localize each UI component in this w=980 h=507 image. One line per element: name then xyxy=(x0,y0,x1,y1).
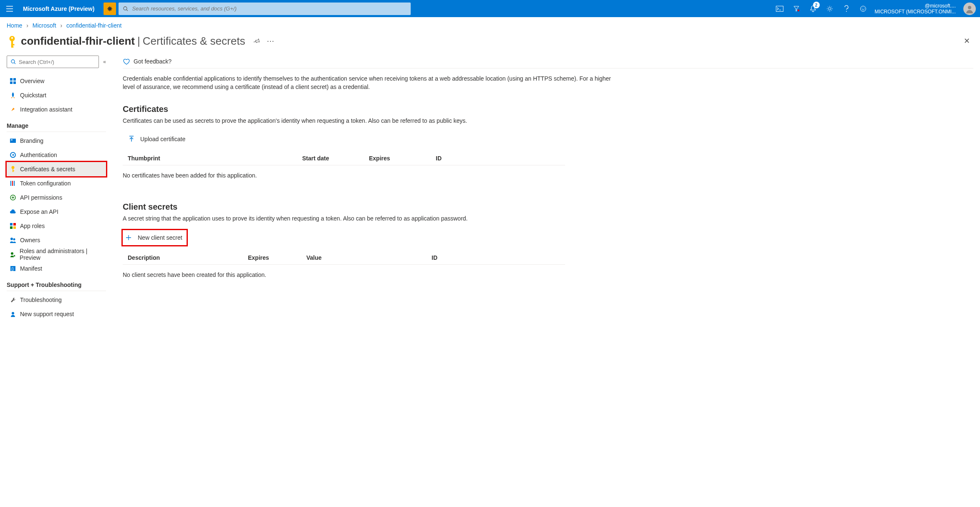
plus-icon xyxy=(125,234,132,241)
brand-label[interactable]: Microsoft Azure (Preview) xyxy=(19,0,102,17)
more-menu-button[interactable]: ⋯ xyxy=(267,36,274,46)
svg-point-6 xyxy=(860,6,866,11)
nav-label: Branding xyxy=(20,137,43,144)
help-icon xyxy=(844,5,849,13)
key-icon xyxy=(7,35,18,49)
col-thumbprint: Thumbprint xyxy=(123,155,302,162)
svg-rect-26 xyxy=(10,181,11,186)
hamburger-menu-button[interactable] xyxy=(0,0,19,17)
svg-rect-14 xyxy=(11,46,13,48)
tag-icon xyxy=(10,138,16,143)
avatar-button[interactable] xyxy=(963,3,976,15)
svg-point-1 xyxy=(124,7,127,10)
svg-rect-20 xyxy=(10,139,16,143)
feedback-bar[interactable]: Got feedback? xyxy=(123,51,973,68)
heart-icon xyxy=(123,58,130,65)
nav-section-support: Support + Troubleshooting xyxy=(7,281,106,288)
nav-authentication[interactable]: Authentication xyxy=(7,148,106,162)
svg-rect-31 xyxy=(13,223,16,226)
nav-branding[interactable]: Branding xyxy=(7,134,106,148)
nav-integration-assistant[interactable]: Integration assistant xyxy=(7,102,106,117)
settings-button[interactable] xyxy=(821,0,838,17)
collapse-sidebar-button[interactable]: « xyxy=(103,59,106,65)
svg-point-11 xyxy=(11,37,13,39)
col-id: ID xyxy=(436,155,565,162)
gear-icon xyxy=(826,5,833,12)
new-client-secret-label: New client secret xyxy=(138,234,182,241)
nav-label: Troubleshooting xyxy=(20,297,62,303)
wrench-icon xyxy=(10,297,16,303)
cloud-shell-button[interactable] xyxy=(771,0,788,17)
nav-manifest[interactable]: {}Manifest xyxy=(7,261,106,276)
rocket-icon xyxy=(10,92,16,98)
upload-certificate-button[interactable]: Upload certificate xyxy=(127,132,187,146)
svg-text:{}: {} xyxy=(11,267,14,271)
nav-quickstart[interactable]: Quickstart xyxy=(7,88,106,102)
pin-icon[interactable] xyxy=(253,38,260,44)
new-client-secret-button[interactable]: New client secret xyxy=(124,231,184,244)
search-icon xyxy=(10,59,16,65)
token-icon xyxy=(10,180,16,186)
sidebar-search[interactable] xyxy=(7,56,99,68)
resource-sidebar: « Overview Quickstart Integration assist… xyxy=(0,51,113,330)
help-button[interactable] xyxy=(838,0,855,17)
nav-label: Roles and administrators | Preview xyxy=(20,248,106,261)
nav-api-permissions[interactable]: API permissions xyxy=(7,190,106,205)
directory-filter-button[interactable] xyxy=(788,0,805,17)
feedback-label: Got feedback? xyxy=(134,58,172,65)
global-search-input[interactable] xyxy=(132,5,407,12)
intro-text: Credentials enable confidential applicat… xyxy=(123,68,615,97)
nav-overview[interactable]: Overview xyxy=(7,74,106,88)
sidebar-search-input[interactable] xyxy=(19,59,95,65)
topbar-icon-group: 2 @microsoft.... MICROSOFT (MICROSOFT.ON… xyxy=(771,0,980,17)
account-tenant: MICROSOFT (MICROSOFT.ONMI... xyxy=(875,9,956,15)
nav-expose-api[interactable]: Expose an API xyxy=(7,205,106,219)
breadcrumb-home[interactable]: Home xyxy=(7,22,22,29)
breadcrumb-sep: › xyxy=(61,22,63,29)
manifest-icon: {} xyxy=(10,266,16,271)
main-content: Got feedback? Credentials enable confide… xyxy=(113,51,980,330)
svg-point-5 xyxy=(846,11,847,12)
notifications-button[interactable]: 2 xyxy=(805,0,821,17)
preview-bug-icon[interactable] xyxy=(104,3,116,15)
nav-certificates-secrets[interactable]: Certificates & secrets xyxy=(7,162,106,176)
nav-roles-admins[interactable]: Roles and administrators | Preview xyxy=(7,247,106,261)
nav-label: API permissions xyxy=(20,194,62,201)
col-expires: Expires xyxy=(248,254,306,261)
nav-label: Overview xyxy=(20,78,44,84)
nav-owners[interactable]: Owners xyxy=(7,233,106,247)
nav-token-configuration[interactable]: Token configuration xyxy=(7,176,106,190)
svg-rect-21 xyxy=(11,139,13,140)
notification-badge: 2 xyxy=(813,2,820,8)
nav-app-roles[interactable]: App roles xyxy=(7,219,106,233)
search-icon xyxy=(123,6,129,12)
nav-label: New support request xyxy=(20,311,74,317)
nav-label: Manifest xyxy=(20,265,42,272)
nav-label: Owners xyxy=(20,237,40,243)
top-bar: Microsoft Azure (Preview) 2 @microsoft..… xyxy=(0,0,980,17)
certificates-empty-msg: No certificates have been added for this… xyxy=(123,165,973,185)
svg-rect-13 xyxy=(11,44,15,45)
col-description: Description xyxy=(123,254,248,261)
certificates-desc: Certificates can be used as secrets to p… xyxy=(123,117,973,124)
admin-icon xyxy=(10,251,16,257)
breadcrumb-microsoft[interactable]: Microsoft xyxy=(33,22,56,29)
svg-rect-2 xyxy=(776,6,783,11)
svg-point-8 xyxy=(864,8,864,8)
global-search[interactable] xyxy=(119,3,411,15)
col-expires: Expires xyxy=(369,155,436,162)
svg-rect-18 xyxy=(10,81,13,84)
account-info[interactable]: @microsoft.... MICROSOFT (MICROSOFT.ONMI… xyxy=(871,3,959,15)
svg-point-0 xyxy=(108,7,111,10)
feedback-button[interactable] xyxy=(855,0,871,17)
account-email: @microsoft.... xyxy=(925,3,956,9)
nav-new-support-request[interactable]: New support request xyxy=(7,307,106,321)
breadcrumb-app[interactable]: confidential-fhir-client xyxy=(66,22,121,29)
avatar-icon xyxy=(965,4,974,13)
close-blade-button[interactable]: ✕ xyxy=(960,33,973,49)
cloudshell-icon xyxy=(776,6,783,12)
svg-point-35 xyxy=(13,238,15,241)
key-icon xyxy=(10,166,15,172)
roles-icon xyxy=(10,223,16,229)
nav-troubleshooting[interactable]: Troubleshooting xyxy=(7,293,106,307)
